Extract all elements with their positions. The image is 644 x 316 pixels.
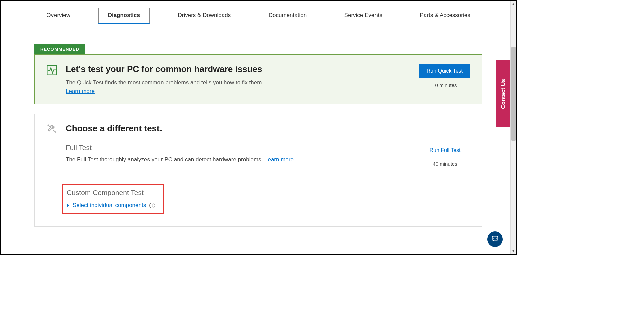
alternate-tests-card: Choose a different test. Full Test The F… <box>34 114 482 227</box>
full-test-heading: Full Test <box>66 144 420 152</box>
quick-test-duration: 10 minutes <box>419 82 470 88</box>
tab-diagnostics[interactable]: Diagnostics <box>98 8 150 24</box>
svg-point-2 <box>55 132 56 133</box>
full-test-description: The Full Test thoroughly analyzes your P… <box>66 156 420 163</box>
divider <box>66 176 470 176</box>
chat-icon <box>491 235 499 244</box>
run-quick-test-button[interactable]: Run Quick Test <box>419 64 470 78</box>
recommended-description: The Quick Test finds the most common pro… <box>66 79 411 86</box>
chevron-right-icon <box>67 203 69 207</box>
full-test-duration: 40 minutes <box>420 161 470 167</box>
alternate-title: Choose a different test. <box>66 123 162 134</box>
tab-service-events[interactable]: Service Events <box>335 8 392 24</box>
custom-component-highlight: Custom Component Test Select individual … <box>62 184 164 214</box>
recommended-card: Let's test your PC for common hardware i… <box>34 54 482 104</box>
recommended-title: Let's test your PC for common hardware i… <box>66 64 411 74</box>
contact-us-tab[interactable]: Contact Us <box>496 60 510 127</box>
run-full-test-button[interactable]: Run Full Test <box>422 144 468 157</box>
chat-fab[interactable] <box>487 231 503 247</box>
scroll-down-icon[interactable]: ▼ <box>511 248 516 254</box>
tab-parts-accessories[interactable]: Parts & Accessories <box>410 8 480 24</box>
recommended-learn-more-link[interactable]: Learn more <box>66 88 95 94</box>
tab-documentation[interactable]: Documentation <box>259 8 316 24</box>
activity-icon <box>47 65 57 75</box>
scroll-thumb[interactable] <box>511 47 516 141</box>
scroll-up-icon[interactable]: ▲ <box>511 1 516 7</box>
tab-bar: Overview Diagnostics Drivers & Downloads… <box>28 1 489 24</box>
tab-drivers-downloads[interactable]: Drivers & Downloads <box>168 8 241 24</box>
scrollbar[interactable]: ▲ ▼ <box>510 1 516 254</box>
select-individual-components-link[interactable]: Select individual components <box>73 202 146 209</box>
tools-icon <box>47 124 57 134</box>
full-test-learn-more-link[interactable]: Learn more <box>264 156 294 163</box>
tab-overview[interactable]: Overview <box>37 8 80 24</box>
recommended-badge: RECOMMENDED <box>34 44 85 54</box>
custom-test-heading: Custom Component Test <box>67 189 155 197</box>
info-icon[interactable]: ! <box>149 203 155 208</box>
